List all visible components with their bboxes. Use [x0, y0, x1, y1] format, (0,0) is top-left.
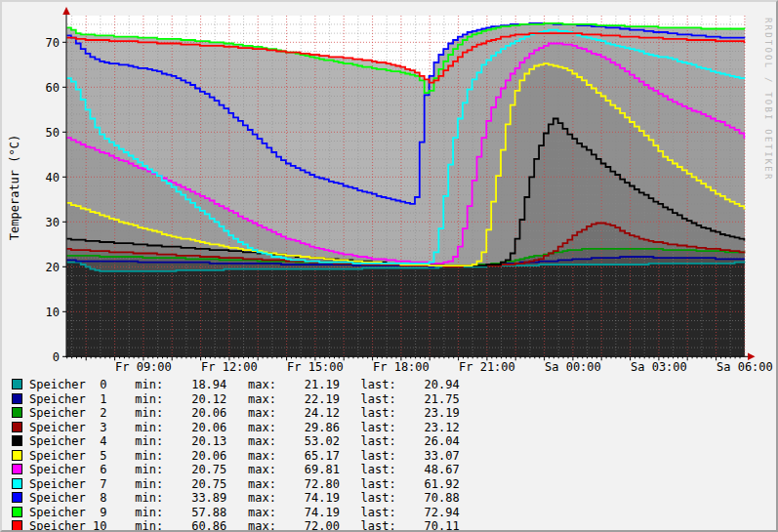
legend-row: Speicher 4min:20.13max:53.02last:26.04	[12, 434, 460, 449]
last-key: last:	[361, 421, 396, 435]
color-swatch	[12, 393, 22, 404]
series-name: Speicher 10	[29, 519, 135, 532]
color-swatch	[12, 478, 22, 489]
y-tick-label: 50	[46, 126, 60, 140]
legend: Speicher 0min:18.94max:21.19last:20.94Sp…	[12, 378, 460, 532]
series-name: Speicher 2	[29, 406, 135, 421]
series-name: Speicher 8	[29, 491, 135, 506]
series-name: Speicher 4	[29, 434, 135, 449]
color-swatch	[12, 507, 22, 517]
color-swatch	[12, 379, 22, 389]
max-key: max:	[248, 477, 276, 492]
series-name: Speicher 3	[29, 421, 135, 435]
color-swatch	[12, 450, 22, 461]
last-key: last:	[361, 491, 396, 506]
min-value: 20.75	[163, 477, 226, 492]
max-key: max:	[248, 406, 276, 421]
y-tick-label: 40	[46, 171, 60, 184]
min-key: min:	[135, 421, 163, 435]
legend-row: Speicher 8min:33.89max:74.19last:70.88	[12, 491, 460, 506]
last-key: last:	[361, 434, 396, 449]
last-key: last:	[361, 449, 396, 464]
series-name: Speicher 0	[29, 378, 135, 392]
legend-row: Speicher 2min:20.06max:24.12last:23.19	[12, 406, 460, 421]
y-tick-label: 30	[46, 216, 60, 229]
y-axis-arrow-icon	[62, 7, 70, 15]
last-value: 72.94	[396, 506, 460, 520]
max-value: 74.19	[276, 506, 340, 520]
x-tick-label: Fr 21:00	[459, 360, 515, 374]
legend-row: Speicher 10min:60.86max:72.00last:70.11	[12, 519, 460, 532]
max-value: 21.19	[276, 378, 340, 392]
x-tick-label: Fr 15:00	[287, 360, 344, 374]
max-value: 53.02	[276, 434, 340, 449]
color-swatch	[12, 407, 22, 418]
max-value: 74.19	[276, 491, 340, 506]
max-key: max:	[248, 491, 276, 506]
min-value: 20.75	[163, 463, 226, 477]
last-key: last:	[361, 506, 396, 520]
min-value: 20.13	[163, 434, 226, 449]
last-key: last:	[361, 392, 396, 407]
legend-row: Speicher 1min:20.12max:22.19last:21.75	[12, 392, 460, 407]
min-key: min:	[135, 378, 163, 392]
last-key: last:	[361, 406, 396, 421]
x-tick-label: Sa 03:00	[631, 360, 687, 374]
legend-row: Speicher 9min:57.88max:74.19last:72.94	[12, 506, 460, 520]
x-axis-arrow-icon	[748, 353, 756, 361]
last-key: last:	[361, 463, 396, 477]
max-key: max:	[248, 463, 276, 477]
color-swatch	[12, 520, 22, 531]
color-swatch	[12, 435, 22, 446]
color-swatch	[12, 422, 22, 432]
max-key: max:	[248, 449, 276, 464]
min-key: min:	[135, 463, 163, 477]
x-tick-label: Fr 18:00	[373, 360, 430, 374]
min-key: min:	[135, 406, 163, 421]
series-name: Speicher 9	[29, 506, 135, 520]
min-key: min:	[135, 449, 163, 464]
last-value: 21.75	[396, 392, 460, 407]
last-value: 61.92	[396, 477, 460, 492]
last-key: last:	[361, 378, 396, 392]
min-value: 20.06	[163, 449, 226, 464]
y-tick-label: 60	[46, 81, 60, 95]
legend-row: Speicher 0min:18.94max:21.19last:20.94	[12, 378, 460, 392]
series-name: Speicher 7	[29, 477, 135, 492]
rrdtool-graph-window: 010203040506070Fr 09:00Fr 12:00Fr 15:00F…	[0, 0, 778, 532]
min-key: min:	[135, 434, 163, 449]
y-tick-label: 10	[46, 306, 60, 319]
last-value: 33.07	[396, 449, 460, 464]
min-value: 20.06	[163, 406, 226, 421]
min-key: min:	[135, 477, 163, 492]
last-value: 26.04	[396, 434, 460, 449]
max-key: max:	[248, 506, 276, 520]
min-key: min:	[135, 392, 163, 407]
y-tick-label: 70	[46, 36, 60, 50]
last-value: 23.19	[396, 406, 460, 421]
max-value: 72.80	[276, 477, 340, 492]
legend-row: Speicher 5min:20.06max:65.17last:33.07	[12, 449, 460, 464]
color-swatch	[12, 492, 22, 503]
x-tick-label: Fr 12:00	[201, 360, 258, 374]
min-value: 57.88	[163, 506, 226, 520]
last-value: 48.67	[396, 463, 460, 477]
y-tick-label: 20	[46, 261, 60, 274]
min-value: 60.86	[163, 519, 226, 532]
min-value: 18.94	[163, 378, 226, 392]
y-axis-title: Temperatur (°C)	[8, 135, 21, 240]
max-key: max:	[248, 519, 276, 532]
last-value: 23.12	[396, 421, 460, 435]
max-value: 29.86	[276, 421, 340, 435]
max-value: 69.81	[276, 463, 340, 477]
last-key: last:	[361, 519, 396, 532]
legend-row: Speicher 3min:20.06max:29.86last:23.12	[12, 421, 460, 435]
min-value: 20.06	[163, 421, 226, 435]
series-name: Speicher 6	[29, 463, 135, 477]
max-key: max:	[248, 392, 276, 407]
min-value: 20.12	[163, 392, 226, 407]
color-swatch	[12, 464, 22, 474]
area-0	[66, 263, 745, 357]
max-value: 24.12	[276, 406, 340, 421]
legend-row: Speicher 7min:20.75max:72.80last:61.92	[12, 477, 460, 492]
